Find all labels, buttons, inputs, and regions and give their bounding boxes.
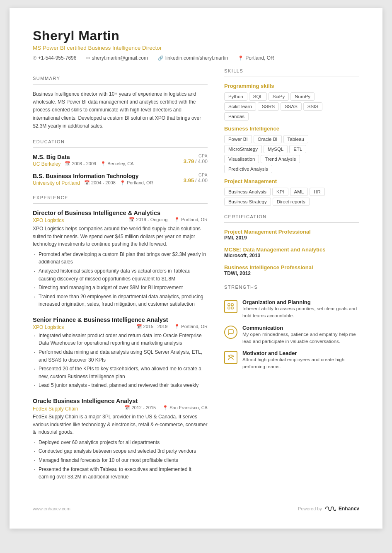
bullet-0-2: Directing and managing a budget of over … [33, 284, 208, 292]
strength-item-0: Organization and Planning Inherent abili… [224, 299, 359, 320]
strength-title-1: Communication [242, 325, 359, 331]
edu-degree-1: B.S. Business Information Technology [33, 173, 184, 179]
bullet-2-0: Deployed over 60 analytics projects for … [33, 439, 208, 447]
svg-rect-3 [231, 307, 233, 309]
skill-python: Python [224, 92, 247, 101]
leader-icon [224, 351, 237, 364]
org-icon [224, 300, 237, 313]
footer-brand: Powered by Enhancv [298, 505, 359, 512]
gpa-label-0: GPA [184, 154, 208, 158]
edu-item-1: B.S. Business Information Technology Uni… [33, 173, 208, 186]
exp-loc-1: 📍 Portland, OR [174, 324, 208, 329]
svg-rect-1 [228, 307, 230, 309]
footer-website: www.enhancv.com [33, 506, 70, 511]
exp-company-1: XPO Logistics [33, 324, 64, 330]
edu-item-0: M.S. Big Data UC Berkeley 📅 2008 - 2009 … [33, 154, 208, 167]
strength-item-1: Communication My open-mindedness, patien… [224, 325, 359, 345]
phone-value: +1-544-955-7696 [38, 55, 76, 61]
exp-bullets-1: Integrated wholesaler product order and … [33, 332, 208, 389]
bullet-2-2: Managed financial forecasts for 10 of ou… [33, 456, 208, 464]
edu-school-0: UC Berkeley [33, 161, 60, 167]
experience-section-title: EXPERIENCE [33, 195, 208, 200]
edu-school-1: University of Portland [33, 180, 80, 186]
pin-icon-0: 📍 [100, 161, 106, 166]
gpa-label-1: GPA [184, 173, 208, 177]
bullet-0-3: Trained more than 20 employees in depart… [33, 293, 208, 308]
exp-bullets-0: Promoted after developing a custom BI pl… [33, 251, 208, 308]
exp-item-1: Senior Finance & Business Intelligence A… [33, 316, 208, 389]
exp-item-0: Director of Business Intelligence & Anal… [33, 210, 208, 308]
right-column: SKILLS Programming skills Python SQL Sci… [224, 68, 359, 489]
skills-tags-1: Power BI Oracle BI Tableau [224, 135, 359, 143]
summary-section-title: SUMMARY [33, 76, 208, 81]
svg-point-5 [228, 356, 229, 357]
exp-loc-0: 📍 Portland, OR [174, 217, 208, 222]
location-value: Portland, OR [245, 55, 274, 61]
skill-bizanalysis: Business Analysis [224, 188, 271, 196]
cert-detail-1: Microsoft, 2013 [224, 253, 359, 258]
exp-company-0: XPO Logistics [33, 217, 64, 223]
strength-text-0: Organization and Planning Inherent abili… [242, 299, 359, 320]
skill-ssrs: SSRS [258, 102, 279, 111]
strength-title-0: Organization and Planning [242, 299, 359, 305]
skill-mysql: MySQL [264, 145, 288, 153]
enhancv-logo-icon [324, 505, 336, 512]
contact-linkedin: 🔗 linkedin.com/in/sheryl.martin [158, 55, 228, 61]
pin-icon-1: 📍 [120, 180, 126, 185]
cert-divider [224, 222, 359, 223]
skill-ssis: SSIS [303, 102, 322, 111]
skills-divider [224, 77, 359, 77]
email-icon: ✉ [86, 56, 90, 61]
skills-tags-1b: MicroStrategy MySQL ETL [224, 145, 359, 153]
skills-tags-0: Python SQL SciPy NumPy [224, 92, 359, 101]
skill-microstrategy: MicroStrategy [224, 145, 262, 153]
bullet-2-3: Presented the forecast with Tableau to e… [33, 466, 208, 481]
linkedin-value: linkedin.com/in/sheryl.martin [165, 55, 228, 61]
strength-text-1: Communication My open-mindedness, patien… [242, 325, 359, 345]
skill-aml: AML [290, 188, 308, 196]
cert-detail-0: PMI, 2019 [224, 235, 359, 241]
exp-meta-0: 📅 2019 - Ongoing 📍 Portland, OR [129, 217, 208, 222]
linkedin-icon: 🔗 [158, 56, 164, 61]
comm-icon [224, 326, 237, 339]
bullet-0-0: Promoted after developing a custom BI pl… [33, 251, 208, 266]
edu-degree-0: M.S. Big Data [33, 154, 184, 160]
exp-loc-2: 📍 San Fransisco, CA [162, 405, 208, 411]
exp-date-1: 📅 2015 - 2019 [136, 324, 168, 329]
education-divider [33, 147, 208, 148]
skill-oraclebi: Oracle BI [254, 135, 282, 143]
gpa-total-1: / 4.00 [195, 178, 208, 184]
skills-section-title: SKILLS [224, 68, 359, 73]
exp-desc-0: XPO Logistics helps companies around the… [33, 225, 208, 248]
skill-sql: SQL [249, 92, 267, 101]
strengths-divider [224, 293, 359, 293]
skill-predictive: Predictive Analysis [224, 165, 272, 173]
skill-trend: Trend Analysis [261, 155, 300, 163]
skill-tableau: Tableau [283, 135, 308, 143]
summary-text: Business Intelligence director with 10+ … [33, 90, 208, 130]
enhancv-brand-name: Enhancv [339, 506, 359, 512]
edu-loc-0: 📍 Berkeley, CA [100, 161, 133, 167]
skill-bizstrategy: Business Strategy [224, 198, 271, 206]
skills-tags-2: Business Analysis KPI AML HR [224, 188, 359, 196]
bullet-0-1: Analyzed historical sales opportunity da… [33, 267, 208, 283]
skill-scipy: SciPy [269, 92, 289, 101]
header: Sheryl Martin MS Power BI certified Busi… [33, 28, 359, 61]
phone-icon: ✆ [33, 56, 36, 61]
strength-title-2: Motivator and Leader [242, 350, 359, 356]
exp-desc-2: FedEx Supply Chain is a major 3PL provid… [33, 413, 208, 436]
bullet-1-3: Lead 5 junior analysts - trained, planne… [33, 382, 208, 389]
contact-location: 📍 Portland, OR [238, 55, 274, 61]
edu-date-0: 📅 2008 - 2009 [65, 161, 96, 167]
strength-desc-1: My open-mindedness, patience and empathy… [242, 331, 359, 345]
svg-point-4 [230, 355, 232, 357]
skill-pandas: Pandas [224, 112, 249, 121]
skills-tags-0c: Pandas [224, 112, 359, 121]
cert-item-1: MCSE: Data Management and Analytics Micr… [224, 246, 359, 258]
email-value: sheryl.martin@gmail.com [92, 55, 148, 61]
cert-detail-2: TDWI, 2012 [224, 270, 359, 276]
contact-row: ✆ +1-544-955-7696 ✉ sheryl.martin@gmail.… [33, 55, 359, 61]
edu-date-1: 📅 2004 - 2008 [84, 180, 116, 186]
svg-rect-2 [231, 304, 233, 306]
cert-name-1: MCSE: Data Management and Analytics [224, 246, 359, 253]
